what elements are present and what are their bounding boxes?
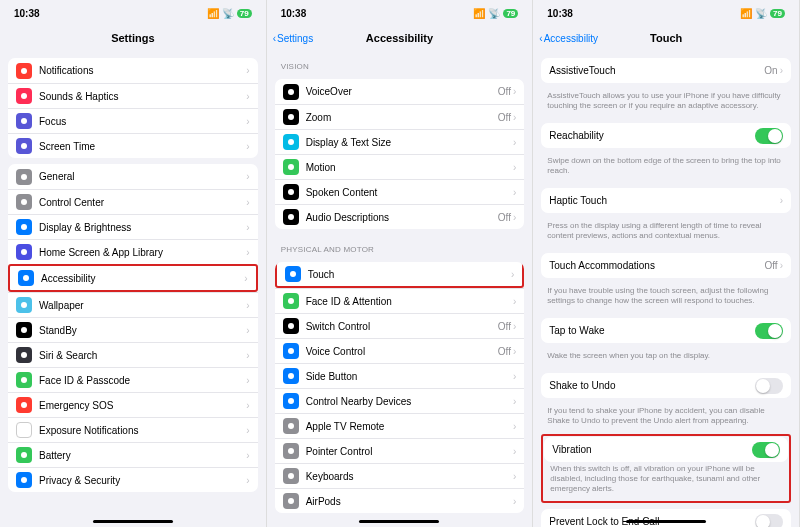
row-face-id-attention[interactable]: Face ID & Attention › [275,288,525,313]
row-screen-time[interactable]: Screen Time › [8,133,258,158]
row-siri-search[interactable]: Siri & Search › [8,342,258,367]
row-keyboards[interactable]: Keyboards › [275,463,525,488]
row-audio-descriptions[interactable]: Audio Descriptions Off › [275,204,525,229]
row-label: Privacy & Security [39,475,246,486]
row-label: VoiceOver [306,86,498,97]
switch-vibration[interactable] [752,442,780,458]
display-brightness-icon [16,219,32,235]
svg-point-4 [21,174,27,180]
row-tap-to-wake[interactable]: Tap to Wake [541,318,791,343]
chevron-right-icon: › [246,65,249,76]
row-face-id-passcode[interactable]: Face ID & Passcode › [8,367,258,392]
row-touch-accommodations[interactable]: Touch Accommodations Off › [541,253,791,278]
home-indicator[interactable] [93,520,173,523]
chevron-right-icon: › [246,116,249,127]
audio-descriptions-icon [283,209,299,225]
row-home-screen-app-library[interactable]: Home Screen & App Library › [8,239,258,264]
row-notifications[interactable]: Notifications › [8,58,258,83]
chevron-right-icon: › [511,269,514,280]
switch-shake-to-undo[interactable] [755,378,783,394]
row-vibration[interactable]: Vibration [544,437,788,462]
row-airpods[interactable]: AirPods › [275,488,525,513]
row-accessibility[interactable]: Accessibility › [8,264,258,292]
pointer-control-icon [283,443,299,459]
row-prevent-lock[interactable]: Prevent Lock to End Call [541,509,791,527]
settings-list[interactable]: Notifications › Sounds & Haptics › Focus… [0,50,266,527]
row-standby[interactable]: StandBy › [8,317,258,342]
accessibility-list[interactable]: VISION VoiceOver Off › Zoom Off › Displa… [267,50,533,527]
chevron-right-icon: › [246,350,249,361]
switch-prevent-lock[interactable] [755,514,783,528]
chevron-right-icon: › [513,446,516,457]
row-label: Tap to Wake [549,325,755,336]
svg-point-29 [288,423,294,429]
battery-indicator: 79 [237,9,252,18]
row-label: Side Button [306,371,513,382]
screen-time-icon [16,138,32,154]
svg-point-12 [21,377,27,383]
row-focus[interactable]: Focus › [8,108,258,133]
row-display-brightness[interactable]: Display & Brightness › [8,214,258,239]
status-bar: 10:38 📶 📡 79 [533,0,799,26]
row-control-nearby-devices[interactable]: Control Nearby Devices › [275,388,525,413]
status-time: 10:38 [281,8,307,19]
row-exposure-notifications[interactable]: Exposure Notifications › [8,417,258,442]
row-voice-control[interactable]: Voice Control Off › [275,338,525,363]
svg-point-14 [21,427,27,433]
row-shake-to-undo[interactable]: Shake to Undo [541,373,791,398]
airpods-icon [283,493,299,509]
row-control-center[interactable]: Control Center › [8,189,258,214]
back-button[interactable]: ‹ Accessibility [539,33,598,44]
chevron-right-icon: › [513,321,516,332]
row-sounds-haptics[interactable]: Sounds & Haptics › [8,83,258,108]
row-value: Off [498,321,511,332]
page-title: Accessibility [366,32,433,44]
row-apple-tv-remote[interactable]: Apple TV Remote › [275,413,525,438]
screen-touch: 10:38 📶 📡 79 ‹ Accessibility Touch Assis… [533,0,800,527]
row-assistivetouch[interactable]: AssistiveTouch On › [541,58,791,83]
face-id-attention-icon [283,293,299,309]
row-label: Zoom [306,112,498,123]
nav-bar: Settings [0,26,266,50]
row-side-button[interactable]: Side Button › [275,363,525,388]
row-value: Off [498,86,511,97]
row-voiceover[interactable]: VoiceOver Off › [275,79,525,104]
row-emergency-sos[interactable]: Emergency SOS › [8,392,258,417]
row-display-text-size[interactable]: Display & Text Size › [275,129,525,154]
row-touch[interactable]: Touch › [275,262,525,288]
chevron-right-icon: › [246,400,249,411]
touch-list[interactable]: AssistiveTouch On › AssistiveTouch allow… [533,50,799,527]
svg-point-13 [21,402,27,408]
row-wallpaper[interactable]: Wallpaper › [8,292,258,317]
back-button[interactable]: ‹ Settings [273,33,313,44]
row-label: Face ID & Passcode [39,375,246,386]
svg-point-21 [288,189,294,195]
row-haptic-touch[interactable]: Haptic Touch › [541,188,791,213]
chevron-right-icon: › [513,137,516,148]
cellular-icon: 📶 [740,8,752,19]
row-switch-control[interactable]: Switch Control Off › [275,313,525,338]
row-label: Shake to Undo [549,380,755,391]
row-reachability[interactable]: Reachability [541,123,791,148]
wifi-icon: 📡 [488,8,500,19]
svg-point-1 [21,93,27,99]
row-zoom[interactable]: Zoom Off › [275,104,525,129]
row-battery[interactable]: Battery › [8,442,258,467]
screen-settings: 10:38 📶 📡 79 Settings Notifications › So… [0,0,267,527]
chevron-right-icon: › [246,247,249,258]
row-label: Keyboards [306,471,513,482]
svg-point-18 [288,114,294,120]
row-pointer-control[interactable]: Pointer Control › [275,438,525,463]
chevron-right-icon: › [246,222,249,233]
home-indicator[interactable] [626,520,706,523]
switch-tap-to-wake[interactable] [755,323,783,339]
chevron-right-icon: › [246,171,249,182]
row-label: AirPods [306,496,513,507]
row-spoken-content[interactable]: Spoken Content › [275,179,525,204]
row-general[interactable]: General › [8,164,258,189]
row-privacy-security[interactable]: Privacy & Security › [8,467,258,492]
svg-point-32 [288,498,294,504]
row-motion[interactable]: Motion › [275,154,525,179]
switch-reachability[interactable] [755,128,783,144]
home-indicator[interactable] [359,520,439,523]
